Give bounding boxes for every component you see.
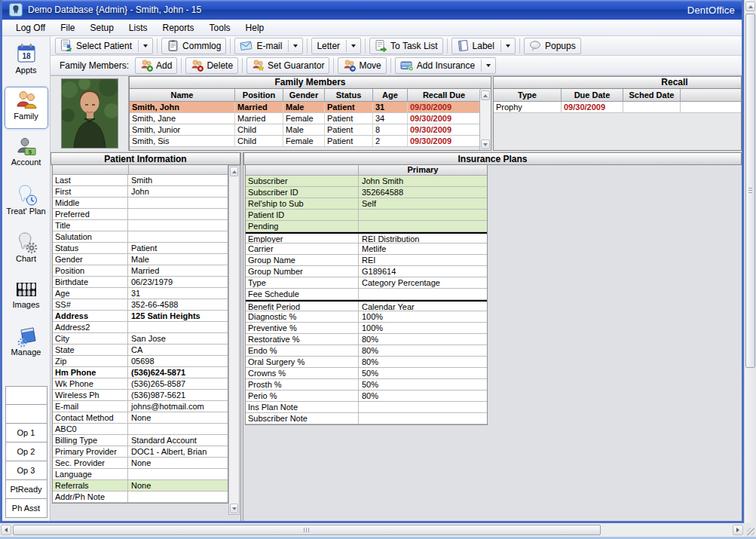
insurance-row[interactable]: Preventive %100%: [246, 323, 487, 334]
op-button-ph-asst[interactable]: Ph Asst: [5, 499, 47, 518]
insurance-row[interactable]: Group NameREI: [246, 255, 487, 266]
op-button-op-3[interactable]: Op 3: [5, 461, 47, 480]
patient-info-row[interactable]: Billing TypeStandard Account: [53, 435, 228, 446]
title-bar[interactable]: Demo Database {Admin} - Smith, John - 15…: [2, 0, 742, 20]
op-button-op-2[interactable]: Op 2: [5, 443, 47, 461]
menu-item-tools[interactable]: Tools: [202, 21, 238, 35]
menu-item-setup[interactable]: Setup: [82, 21, 121, 35]
insurance-row[interactable]: Rel'ship to SubSelf: [246, 198, 487, 210]
sidebar-item-account[interactable]: $ Account: [5, 134, 48, 176]
patient-info-row[interactable]: Hm Phone(536)624-5871: [53, 367, 228, 378]
insurance-row[interactable]: Pending: [246, 221, 487, 232]
recall-row[interactable]: Prophy09/30/2009: [494, 102, 742, 113]
family-member-row[interactable]: Smith, JaneMarriedFemalePatient3409/30/2…: [130, 113, 491, 124]
menu-item-reports[interactable]: Reports: [155, 21, 202, 35]
patient-info-row[interactable]: GenderMale: [53, 254, 228, 265]
patient-info-row[interactable]: ReferralsNone: [53, 480, 228, 492]
patient-info-row[interactable]: Zip05698: [53, 356, 228, 367]
sidebar-item-images[interactable]: Images: [5, 277, 48, 319]
scroll-up-arrow[interactable]: [230, 167, 238, 176]
insurance-row[interactable]: Patient ID: [246, 210, 487, 221]
sidebar-item-family[interactable]: Family: [5, 87, 48, 129]
insurance-row[interactable]: Subscriber Note: [246, 413, 487, 424]
sidebar-item-treat-plan[interactable]: Treat' Plan: [5, 182, 48, 224]
scroll-down-arrow[interactable]: [230, 504, 238, 513]
patient-info-row[interactable]: SS#352-66-4588: [53, 299, 228, 311]
email-button[interactable]: E-mail: [234, 38, 303, 54]
patient-info-row[interactable]: CitySan Jose: [53, 333, 228, 345]
commlog-button[interactable]: Commlog: [161, 38, 226, 54]
patient-info-row[interactable]: StateCA: [53, 345, 228, 356]
patient-info-row[interactable]: StatusPatient: [53, 243, 228, 254]
scroll-down-arrow[interactable]: [481, 139, 490, 149]
patient-info-row[interactable]: Age31: [53, 288, 228, 299]
scroll-left-arrow[interactable]: [1, 525, 11, 535]
select-patient-button[interactable]: Select Patient: [55, 38, 153, 54]
insurance-row[interactable]: Endo %80%: [246, 345, 487, 357]
family-grid-scrollbar[interactable]: [479, 90, 491, 150]
delete-family-member-button[interactable]: Delete: [185, 57, 238, 74]
chevron-down-icon[interactable]: [486, 64, 491, 67]
horizontal-scrollbar[interactable]: [0, 523, 744, 537]
patient-info-row[interactable]: E-mailjohns@hotmail.com: [53, 401, 228, 412]
op-button-ptready[interactable]: PtReady: [5, 480, 47, 499]
chevron-down-icon[interactable]: [293, 44, 298, 47]
patient-info-row[interactable]: Wireless Ph(536)987-5621: [53, 390, 228, 401]
insurance-row[interactable]: CarrierMetlife: [246, 243, 487, 255]
patient-info-row[interactable]: PositionMarried: [53, 265, 228, 277]
chevron-down-icon[interactable]: [506, 44, 510, 47]
patient-information-scrollbar[interactable]: [228, 165, 240, 515]
patient-info-row[interactable]: Language: [53, 469, 228, 480]
popups-button[interactable]: Popups: [524, 38, 581, 54]
patient-info-row[interactable]: Sec. ProviderNone: [53, 458, 228, 469]
patient-info-row[interactable]: Salutation: [53, 231, 228, 243]
insurance-row[interactable]: EmployerREI Distribution: [246, 232, 487, 243]
menu-item-file[interactable]: File: [53, 21, 82, 35]
move-family-member-button[interactable]: Move: [338, 57, 386, 74]
add-family-member-button[interactable]: Add: [135, 57, 177, 74]
family-member-row[interactable]: Smith, SisChildFemalePatient209/30/2009: [130, 136, 491, 147]
insurance-row[interactable]: Prosth %50%: [246, 379, 487, 390]
scroll-right-arrow[interactable]: [733, 525, 743, 535]
resize-grip[interactable]: [744, 523, 756, 537]
patient-info-row[interactable]: Preferred: [53, 209, 228, 220]
menu-item-log-off[interactable]: Log Off: [8, 21, 53, 35]
patient-info-row[interactable]: Addr/Ph Note: [53, 492, 228, 503]
op-button-empty[interactable]: [5, 405, 47, 424]
patient-info-row[interactable]: LastSmith: [53, 175, 228, 186]
scroll-up-arrow[interactable]: [481, 90, 490, 100]
patient-info-row[interactable]: FirstJohn: [53, 186, 228, 198]
patient-info-row[interactable]: Contact MethodNone: [53, 412, 228, 424]
insurance-row[interactable]: Ins Plan Note: [246, 402, 487, 413]
set-guarantor-button[interactable]: Set Guarantor: [246, 57, 329, 74]
menu-item-help[interactable]: Help: [238, 21, 272, 35]
insurance-row[interactable]: Diagnostic %100%: [246, 311, 487, 323]
insurance-row[interactable]: Restorative %80%: [246, 334, 487, 345]
insurance-row[interactable]: Subscriber ID352664588: [246, 187, 487, 198]
patient-info-row[interactable]: Address2: [53, 322, 228, 333]
op-button-op-1[interactable]: Op 1: [5, 424, 47, 443]
insurance-row[interactable]: Perio %80%: [246, 390, 487, 402]
patient-info-row[interactable]: Middle: [53, 198, 228, 209]
family-member-row[interactable]: Smith, JuniorChildMalePatient809/30/2009: [130, 124, 491, 136]
horizontal-scrollbar-thumb[interactable]: [13, 525, 601, 535]
insurance-row[interactable]: SubscriberJohn Smith: [246, 176, 487, 187]
sidebar-item-appts[interactable]: 18 Appts: [5, 39, 48, 81]
patient-info-row[interactable]: Title: [53, 220, 228, 231]
insurance-row[interactable]: Oral Surgery %80%: [246, 357, 487, 368]
patient-info-row[interactable]: Primary ProviderDOC1 - Albert, Brian: [53, 446, 228, 458]
patient-info-row[interactable]: ABC0: [53, 424, 228, 435]
patient-info-row[interactable]: Address125 Satin Heights: [53, 311, 228, 322]
insurance-row[interactable]: Group NumberG189614: [246, 266, 487, 277]
insurance-row[interactable]: Crowns %50%: [246, 368, 487, 379]
sidebar-item-manage[interactable]: Manage: [5, 324, 48, 366]
chevron-down-icon[interactable]: [143, 44, 148, 47]
vertical-scrollbar[interactable]: [744, 0, 756, 537]
chevron-down-icon[interactable]: [351, 44, 356, 47]
label-button[interactable]: Label: [451, 38, 516, 54]
sidebar-item-chart[interactable]: Chart: [5, 229, 48, 271]
menu-item-lists[interactable]: Lists: [121, 21, 155, 35]
add-insurance-button[interactable]: Add Insurance: [395, 57, 496, 74]
patient-info-row[interactable]: Birthdate06/23/1979: [53, 277, 228, 288]
patient-info-row[interactable]: Wk Phone(536)265-8587: [53, 378, 228, 390]
